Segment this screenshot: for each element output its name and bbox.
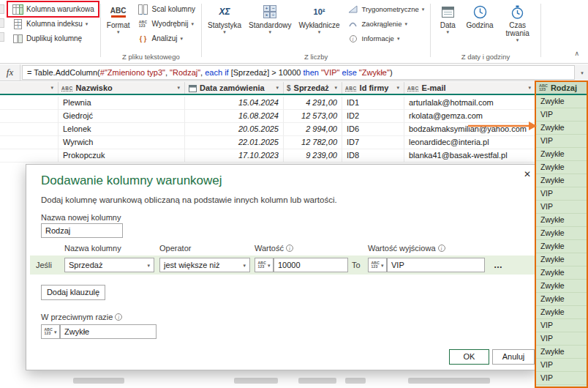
else-type-button[interactable]: ABC123 ▾ (41, 324, 60, 339)
column-header-clipped[interactable]: ▾ (0, 82, 59, 94)
scientific-label: Wykładnicze (298, 21, 339, 29)
formula-token: "Zwykłe" (359, 68, 390, 77)
conditional-column-dialog: ✕ Dodawanie kolumny warunkowej Dodaj kol… (26, 164, 539, 370)
formula-input[interactable]: = Table.AddColumn(#"Zmieniono typ3", "Ro… (22, 65, 575, 80)
cell-nazwisko: Prokopczuk (59, 149, 185, 163)
table-header: ▾ ABC Nazwisko ▾ Data zamówienia ▾ $ Spr… (0, 82, 536, 95)
extract-icon: ABC123 (137, 18, 149, 29)
scientific-icon: 10² (314, 2, 325, 21)
more-options-icon[interactable]: … (489, 258, 507, 272)
statistics-button[interactable]: ΧΣ Statystyka ▾ (205, 2, 244, 34)
condition-column-select[interactable]: Sprzedaż ▾ (64, 258, 154, 272)
svg-text:−: − (272, 6, 275, 11)
rounding-button[interactable]: Zaokrąglenie ▾ (344, 17, 428, 31)
index-column-button[interactable]: 123 Kolumna indeksu ▾ (9, 17, 97, 31)
table-row[interactable]: Lelonek 20.05.2025 2 994,00 ID6 bodzakma… (0, 123, 536, 136)
if-label: Jeśli (36, 255, 52, 275)
column-header-rodzaj[interactable]: ABC123 Rodzaj (536, 82, 588, 95)
column-header-nazwisko[interactable]: ABC Nazwisko ▾ (59, 82, 185, 94)
formula-expand-icon[interactable]: ▾ (576, 64, 588, 81)
index-column-label: Kolumna indeksu (26, 20, 83, 28)
duplicate-column-button[interactable]: Duplikuj kolumnę (9, 31, 97, 45)
information-button[interactable]: i Informacje ▾ (344, 31, 428, 45)
stopwatch-icon (510, 2, 524, 21)
svg-text:3: 3 (17, 26, 18, 29)
standard-button[interactable]: +−×÷ Standardowy ▾ (246, 2, 294, 34)
condition-output-input[interactable] (387, 258, 485, 272)
filter-icon[interactable]: ▾ (333, 84, 339, 92)
ribbon-group-text: ABC Format ▾ Scal kolumny ABC123 (102, 0, 200, 63)
ribbon-divider (100, 4, 101, 57)
filter-icon[interactable]: ▾ (274, 84, 280, 92)
column-header-sprzedaz[interactable]: $ Sprzedaż ▾ (284, 82, 342, 94)
filter-icon[interactable]: ▾ (49, 84, 55, 92)
add-clause-button[interactable]: Dodaj klauzulę (41, 285, 105, 300)
filter-icon[interactable]: ▾ (176, 84, 181, 92)
column-header-email[interactable]: ABC E-mail ▾ (404, 82, 536, 94)
cell-rodzaj: VIP (536, 187, 588, 201)
new-column-name-label: Nazwa nowej kolumny (41, 213, 121, 222)
standard-icon: +−×÷ (263, 2, 276, 21)
format-icon: ABC (110, 2, 127, 21)
info-icon: i (438, 245, 445, 252)
condition-value-input[interactable] (274, 258, 348, 272)
condition-operator-select[interactable]: jest większe niż ▾ (159, 258, 250, 272)
cell-email: arturlalak@hotmail.com (404, 97, 536, 110)
duration-button[interactable]: Czas trwania ▾ (498, 2, 538, 42)
ribbon: Kolumna warunkowa 123 Kolumna indeksu ▾ (0, 0, 588, 64)
new-column-name-input[interactable] (41, 223, 123, 238)
date-button[interactable]: Data ▾ (434, 2, 461, 34)
cell-sprzedaz: 2 994,00 (284, 123, 342, 136)
trigonometry-button[interactable]: Trygonometryczne ▾ (344, 2, 428, 16)
info-icon: i (286, 245, 293, 252)
ribbon-group-datetime: Data ▾ Godzina Czas trwania ▾ Z (432, 0, 538, 63)
cell-clipped (0, 123, 59, 136)
condition-operator-header: Operator (159, 244, 191, 253)
condition-output-header: Wartość wyjściowai (368, 244, 445, 253)
index-column-icon: 123 (12, 18, 23, 29)
close-icon[interactable]: ✕ (524, 169, 531, 179)
time-button[interactable]: Godzina (463, 2, 496, 29)
table-row[interactable]: Wyrwich 22.01.2025 12 782,00 ID7 leonard… (0, 136, 536, 149)
collapse-ribbon-icon[interactable]: ∧ (574, 50, 579, 57)
ok-button[interactable]: OK (449, 349, 489, 365)
chevron-down-icon: ▾ (223, 29, 226, 34)
cell-email: rkolata@gemza.com (404, 110, 536, 123)
svg-text:+: + (265, 6, 268, 11)
chevron-down-icon: ▾ (422, 7, 425, 12)
column-header-data-zamowienia[interactable]: Data zamówienia ▾ (185, 82, 284, 94)
column-header-id-firmy[interactable]: ABC Id firmy ▾ (342, 82, 404, 94)
conditional-column-button[interactable]: Kolumna warunkowa (9, 2, 97, 16)
conditional-column-label: Kolumna warunkowa (26, 5, 94, 13)
statistics-icon: ΧΣ (219, 2, 230, 21)
scientific-button[interactable]: 10² Wykładnicze ▾ (295, 2, 342, 34)
value-type-button[interactable]: ABC123 ▾ (255, 258, 274, 272)
chevron-down-icon: ▾ (381, 263, 384, 268)
else-value-input[interactable] (60, 324, 157, 339)
format-button[interactable]: ABC Format ▾ (104, 2, 133, 34)
text-type-icon: ABC (61, 86, 73, 91)
filter-icon[interactable]: ▾ (395, 84, 401, 92)
information-icon: i (347, 33, 359, 44)
table-body: Plewnia 15.04.2024 4 291,00 ID1 arturlal… (0, 97, 536, 163)
table-row[interactable]: Giedrojć 16.08.2024 12 573,00 ID2 rkolat… (0, 110, 536, 123)
extract-button[interactable]: ABC123 Wyodrębnij ▾ (135, 17, 198, 31)
table-row[interactable]: Plewnia 15.04.2024 4 291,00 ID1 arturlal… (0, 97, 536, 110)
cancel-button[interactable]: Anuluj (492, 349, 535, 365)
date-type-icon (188, 83, 197, 94)
cell-nazwisko: Giedrojć (59, 110, 185, 123)
formula-token: then (304, 68, 321, 77)
cell-id-firmy: ID6 (342, 123, 404, 136)
merge-columns-button[interactable]: Scal kolumny (135, 2, 198, 16)
cell-data-zamowienia: 22.01.2025 (185, 136, 284, 149)
column-label: Sprzedaż (294, 83, 329, 92)
chevron-down-icon: ▾ (516, 37, 519, 42)
cell-sprzedaz: 12 573,00 (284, 110, 342, 123)
rounding-label: Zaokrąglenie (362, 20, 402, 28)
parse-button[interactable]: { } Analizuj ▾ (135, 31, 198, 45)
filter-icon[interactable]: ▾ (527, 84, 532, 92)
svg-text:×: × (265, 12, 268, 18)
table-row[interactable]: Prokopczuk 17.10.2023 9 239,00 ID8 blank… (0, 149, 536, 163)
output-type-button[interactable]: ABC123 ▾ (368, 258, 387, 272)
date-label: Data (440, 21, 456, 29)
